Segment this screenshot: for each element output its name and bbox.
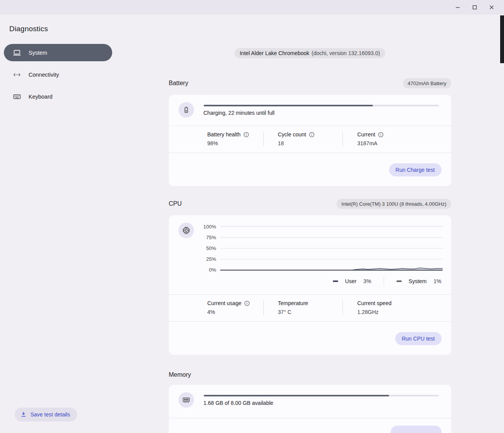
battery-card: Charging, 22 minutes until full Battery … xyxy=(169,95,451,186)
save-button-label: Save test details xyxy=(30,411,70,418)
battery-icon xyxy=(179,102,194,117)
keyboard-icon xyxy=(13,92,21,101)
sidebar-item-label: Connectivity xyxy=(29,72,59,78)
close-button[interactable] xyxy=(489,4,495,10)
legend-user: User 3% xyxy=(333,278,371,284)
save-test-details-button[interactable]: Save test details xyxy=(15,408,77,421)
run-charge-test-button[interactable]: Run Charge test xyxy=(389,163,442,176)
sidebar-item-connectivity[interactable]: Connectivity xyxy=(4,66,112,83)
memory-card: 1.68 GB of 8.00 GB available xyxy=(169,385,451,433)
device-info-chip: Intel Alder Lake Chromebook (dochi, vers… xyxy=(234,48,385,58)
legend-label: User xyxy=(345,278,357,284)
sidebar-item-system[interactable]: System xyxy=(4,44,112,61)
cpu-icon xyxy=(179,223,194,238)
sidebar-nav: System Connectivity xyxy=(0,44,116,105)
sidebar-item-keyboard[interactable]: Keyboard xyxy=(4,88,112,105)
y-tick: 25% xyxy=(206,256,216,262)
info-icon[interactable] xyxy=(309,132,315,138)
run-cpu-test-button[interactable]: Run CPU test xyxy=(395,332,442,345)
battery-section-title: Battery xyxy=(169,80,189,87)
stat-value: 98% xyxy=(207,140,263,146)
cpu-chart-plot xyxy=(220,226,443,271)
memory-status-text: 1.68 GB of 8.00 GB available xyxy=(204,400,439,406)
legend-label: System xyxy=(409,278,427,284)
stat-label: Current speed xyxy=(357,300,392,306)
battery-progress-bar xyxy=(204,105,439,106)
divider xyxy=(384,276,384,286)
stat-label: Battery health xyxy=(207,131,241,138)
stat-value: 18 xyxy=(278,140,342,146)
memory-progress-bar xyxy=(204,395,439,396)
legend-system: System 1% xyxy=(396,278,442,284)
scrollbar-track[interactable] xyxy=(500,15,504,433)
sidebar-item-label: System xyxy=(29,50,47,56)
stat-value: 37° C xyxy=(278,309,342,315)
cpu-section-title: CPU xyxy=(169,200,182,207)
info-icon[interactable] xyxy=(378,132,384,138)
window-titlebar xyxy=(0,0,504,15)
temperature-stat: Temperature 37° C xyxy=(263,300,342,315)
connectivity-icon xyxy=(13,70,21,79)
download-icon xyxy=(20,411,27,419)
cpu-usage-chart: 100% 75% 50% 25% 0% xyxy=(202,226,443,271)
memory-icon xyxy=(179,392,194,408)
y-tick: 100% xyxy=(203,224,216,230)
y-tick: 75% xyxy=(206,235,216,240)
info-icon[interactable] xyxy=(244,300,250,306)
maximize-button[interactable] xyxy=(472,4,478,10)
stat-value: 1.28GHz xyxy=(357,309,451,315)
battery-health-stat: Battery health 98% xyxy=(207,131,263,146)
battery-stats-row: Battery health 98% Cycle count xyxy=(169,126,451,153)
minimize-button[interactable] xyxy=(455,4,461,10)
sidebar: Diagnostics System xyxy=(0,15,116,433)
battery-status-text: Charging, 22 minutes until full xyxy=(204,110,439,116)
battery-info-chip: 4702mAh Battery xyxy=(403,78,451,88)
stat-label: Temperature xyxy=(278,300,308,306)
legend-value: 3% xyxy=(363,278,371,284)
system-series-swatch xyxy=(396,280,402,282)
y-tick: 50% xyxy=(206,245,216,251)
laptop-icon xyxy=(13,49,21,57)
cpu-stats-row: Current usage 4% Temperature xyxy=(169,295,451,321)
device-name: Intel Alder Lake Chromebook xyxy=(239,50,309,56)
battery-progress-fill xyxy=(204,105,373,106)
cpu-card: 100% 75% 50% 25% 0% xyxy=(169,215,451,355)
device-version: (dochi, version 132.16093.0) xyxy=(312,50,380,56)
memory-section-title: Memory xyxy=(169,371,191,378)
y-tick: 0% xyxy=(209,267,216,273)
cycle-count-stat: Cycle count 18 xyxy=(263,131,342,146)
current-stat: Current 3187mA xyxy=(342,131,451,146)
stat-label: Cycle count xyxy=(278,131,306,138)
stat-value: 4% xyxy=(207,309,263,315)
stat-label: Current usage xyxy=(207,300,242,306)
scrollbar-thumb[interactable] xyxy=(500,15,504,63)
memory-progress-fill xyxy=(204,395,389,396)
stat-label: Current xyxy=(357,131,376,138)
run-memory-test-button[interactable] xyxy=(391,426,442,433)
current-speed-stat: Current speed 1.28GHz xyxy=(342,300,451,315)
stat-value: 3187mA xyxy=(357,140,451,146)
legend-value: 1% xyxy=(433,278,441,284)
sidebar-item-label: Keyboard xyxy=(29,94,52,100)
current-usage-stat: Current usage 4% xyxy=(207,300,263,315)
info-icon[interactable] xyxy=(243,132,249,138)
cpu-legend: User 3% System 1% xyxy=(169,276,451,286)
user-series-swatch xyxy=(333,280,338,282)
page-title: Diagnostics xyxy=(0,25,116,33)
cpu-info-chip: Intel(R) Core(TM) 3 100U (8 threads, 4.0… xyxy=(337,199,451,209)
cpu-chart-y-axis: 100% 75% 50% 25% 0% xyxy=(202,226,216,271)
main-content: Intel Alder Lake Chromebook (dochi, vers… xyxy=(116,15,504,433)
